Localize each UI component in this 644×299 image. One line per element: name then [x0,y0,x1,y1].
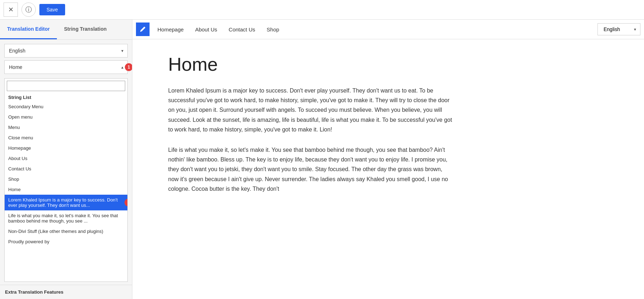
lang-selector[interactable]: English French Spanish [597,23,640,35]
content-area: Homepage About Us Contact Us Shop Englis… [132,20,644,299]
save-button[interactable]: Save [39,4,65,15]
tab-translation-editor[interactable]: Translation Editor [0,20,57,39]
nav-link-shop[interactable]: Shop [261,23,285,36]
language-dropdown-wrapper: English French Spanish German [4,44,128,58]
sidebar-controls: English French Spanish German Home About… [0,40,132,78]
nav-link-homepage[interactable]: Homepage [152,23,189,36]
top-toolbar: ✕ ⓘ Save [0,0,644,20]
info-button[interactable]: ⓘ [21,3,36,17]
close-button[interactable]: ✕ [4,3,18,17]
page-dropdown[interactable]: Home About Contact [4,60,128,74]
list-item-shop[interactable]: Shop [5,174,127,184]
page-paragraph-2: Life is what you make it, so let's make … [168,145,454,194]
tab-string-translation[interactable]: String Translation [57,20,114,39]
nav-edit-button[interactable] [136,23,150,36]
list-item-home[interactable]: Home [5,184,127,195]
page-content: Home Lorem Khaled Ipsum is a major key t… [132,39,644,299]
list-item-homepage[interactable]: Homepage [5,143,127,153]
string-search-input[interactable] [7,81,125,91]
lang-selector-div: English French Spanish [597,23,640,35]
list-item-proudly-powered[interactable]: Proudly powered by [5,236,127,247]
list-item-non-divi[interactable]: Non-Divi Stuff (Like other themes and pl… [5,226,127,236]
nav-link-contact-us[interactable]: Contact Us [223,23,261,36]
page-paragraph-1: Lorem Khaled Ipsum is a major key to suc… [168,86,454,134]
main-layout: Translation Editor String Translation En… [0,20,644,299]
string-list-label: String List [5,93,127,101]
extra-translation-label: Extra Translation Features [0,285,132,299]
list-item-lorem-khaled[interactable]: Lorem Khaled Ipsum is a major key to suc… [5,195,127,210]
sidebar: Translation Editor String Translation En… [0,20,132,299]
tabs-container: Translation Editor String Translation [0,20,132,40]
list-item-close-menu[interactable]: Close menu [5,133,127,143]
pencil-icon [140,26,146,32]
list-item-life-is[interactable]: Life is what you make it, so let's make … [5,210,127,226]
nav-link-about-us[interactable]: About Us [189,23,223,36]
list-item-contact-us[interactable]: Contact Us [5,164,127,174]
list-item-open-menu[interactable]: Open menu [5,112,127,122]
string-list-scroll: Secondary Menu Open menu Menu Close menu… [5,101,127,281]
language-dropdown[interactable]: English French Spanish German [4,44,128,58]
list-item-menu[interactable]: Menu [5,122,127,133]
page-title: Home [168,54,608,75]
nav-bar: Homepage About Us Contact Us Shop Englis… [132,20,644,39]
list-item-about-us[interactable]: About Us [5,153,127,164]
badge-1: 1 [125,63,132,71]
list-item-secondary-menu[interactable]: Secondary Menu [5,101,127,112]
string-list-container: String List Secondary Menu Open menu Men… [4,78,128,282]
lang-selector-wrapper: English French Spanish [597,23,640,35]
page-dropdown-wrapper: Home About Contact [4,60,128,74]
